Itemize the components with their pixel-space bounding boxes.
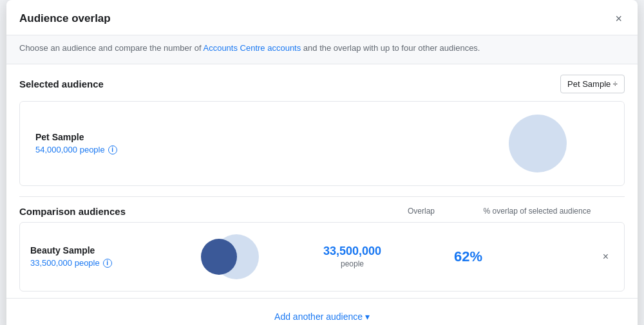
selected-audience-header: Selected audience Pet Sample ÷	[19, 64, 625, 101]
overlap-label: people	[301, 259, 404, 268]
accounts-centre-link[interactable]: Accounts Centre accounts	[203, 43, 301, 53]
selected-audience-viz	[467, 115, 609, 172]
overlap-number: 33,500,000	[301, 245, 404, 258]
comparison-audience-name: Beauty Sample	[30, 245, 159, 255]
remove-comparison-button[interactable]: ×	[598, 248, 614, 265]
modal-title: Audience overlap	[19, 12, 111, 25]
comparison-header-row: Comparison audiences Overlap % overlap o…	[19, 197, 625, 222]
comparison-audience-info-icon[interactable]: i	[103, 259, 112, 268]
pct-number: 62%	[454, 248, 482, 265]
comparison-pct: 62%	[404, 248, 533, 265]
overlap-circle-front	[201, 239, 237, 275]
selected-audience-section: Selected audience Pet Sample ÷ Pet Sampl…	[6, 64, 638, 186]
col-label-pct: % overlap of selected audience	[473, 207, 601, 216]
selected-audience-info-icon[interactable]: i	[108, 145, 117, 154]
comparison-viz	[159, 233, 301, 281]
add-audience-row: Add another audience ▾	[6, 298, 638, 326]
close-button[interactable]: ×	[612, 10, 625, 27]
selected-audience-title: Selected audience	[19, 79, 104, 89]
comparison-audience-count: 33,500,000 people i	[30, 258, 159, 268]
audience-overlap-modal: Audience overlap × Choose an audience an…	[6, 0, 638, 325]
modal-header: Audience overlap ×	[6, 0, 638, 35]
subtitle-text: Choose an audience and compare the numbe…	[19, 43, 203, 53]
comparison-audience-info: Beauty Sample 33,500,000 people i	[30, 245, 159, 268]
comparison-section-title: Comparison audiences	[19, 206, 126, 217]
audience-dropdown-button[interactable]: Pet Sample ÷	[560, 75, 625, 93]
modal-subtitle: Choose an audience and compare the numbe…	[6, 35, 638, 64]
col-label-overlap: Overlap	[370, 207, 473, 216]
add-audience-button[interactable]: Add another audience ▾	[267, 308, 377, 326]
subtitle-rest: and the overlap with up to four other au…	[301, 43, 480, 53]
selected-audience-circle	[509, 115, 567, 172]
comparison-overlap: 33,500,000 people	[301, 245, 404, 268]
comparison-section: Comparison audiences Overlap % overlap o…	[6, 197, 638, 292]
selected-audience-count: 54,000,000 people i	[35, 145, 467, 154]
overlap-viz	[201, 233, 259, 281]
comparison-row: Beauty Sample 33,500,000 people i 33,500…	[19, 222, 625, 292]
selected-audience-name: Pet Sample	[35, 132, 467, 142]
selected-audience-card: Pet Sample 54,000,000 people i	[19, 101, 625, 186]
selected-audience-info: Pet Sample 54,000,000 people i	[35, 132, 467, 154]
